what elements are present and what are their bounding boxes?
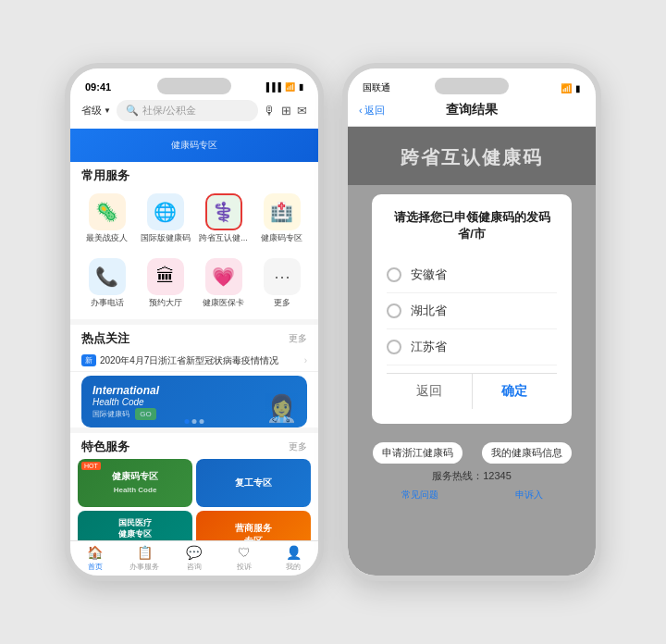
search-icon: 🔍	[126, 105, 139, 117]
radio-option-1[interactable]: 湖北省	[387, 293, 557, 329]
card-medical[interactable]: 国民医疗健康专区新冠防控抗疫·优惠健康服务	[78, 511, 192, 540]
link-apply-health-code[interactable]: 申请浙江健康码	[373, 442, 462, 464]
phone1-screen: 09:41 ▐▐▐ 📶 ▮ 省级 ▼ 🔍 社保/公积金 🎙	[70, 68, 318, 576]
icon-health-zone[interactable]: 🏥 健康码专区	[253, 188, 311, 249]
top-banner[interactable]: 健康码专区	[70, 129, 318, 162]
card-health-zone[interactable]: HOT 健康码专区Health Code	[78, 459, 192, 507]
phone-1: 09:41 ▐▐▐ 📶 ▮ 省级 ▼ 🔍 社保/公积金 🎙	[65, 63, 324, 581]
radio-option-0[interactable]: 安徽省	[387, 257, 557, 293]
icon-health-card[interactable]: 💗 健康医保卡	[194, 253, 253, 314]
common-services-title: 常用服务	[70, 162, 318, 188]
radio-circle-1	[387, 303, 401, 318]
mic-icon[interactable]: 🎙	[264, 104, 276, 118]
tab-consult[interactable]: 💬 咨询	[169, 545, 219, 572]
hot-focus-section: 热点关注 更多 新 2020年4月7日浙江省新型冠状病毒疫情情况 › Inter…	[70, 325, 318, 427]
cancel-button[interactable]: 返回	[387, 374, 473, 409]
radio-label-1: 湖北省	[411, 303, 447, 319]
banner-text: 健康码专区	[171, 139, 217, 152]
health-banner-content: International Health Code 国际健康码 GO	[92, 384, 159, 419]
special-cards-grid: HOT 健康码专区Health Code 复工专区 国民医疗健康专区新冠防控抗疫…	[70, 459, 318, 540]
back-label: 返回	[364, 104, 385, 118]
radio-circle-2	[387, 340, 401, 354]
signal-icon: ▐▐▐	[264, 82, 281, 92]
banner-sub: 国际健康码 GO	[92, 409, 159, 419]
special-services-section: 特色服务 更多 HOT 健康码专区Health Code 复工专区 国民医疗健康…	[70, 433, 318, 540]
radio-circle-0	[387, 267, 401, 282]
tab-consult-label: 咨询	[187, 562, 202, 572]
tab-complaint[interactable]: 🛡 投诉	[219, 545, 269, 572]
icon-booking[interactable]: 🏛 预约大厅	[136, 253, 194, 314]
banner-illustration: 👩‍⚕️	[265, 393, 298, 424]
card-business-text: 营商服务专区	[235, 522, 272, 540]
search-right-icons: 🎙 ⊞ ✉	[264, 104, 307, 118]
tab-services[interactable]: 📋 办事服务	[120, 545, 170, 572]
icon-phone-service[interactable]: 📞 办事电话	[78, 253, 136, 314]
carrier-label: 国联通	[363, 81, 390, 94]
intl-health-banner[interactable]: International Health Code 国际健康码 GO 👩‍⚕️	[81, 376, 307, 427]
search-bar: 省级 ▼ 🔍 社保/公积金 🎙 ⊞ ✉	[70, 96, 318, 129]
status-bar-1: 09:41 ▐▐▐ 📶 ▮	[70, 68, 318, 96]
profile-icon: 👤	[286, 545, 302, 560]
radio-option-2[interactable]: 江苏省	[387, 329, 557, 365]
icon-zuimei[interactable]: 🦠 最美战疫人	[78, 188, 136, 249]
appeal-link[interactable]: 申诉入	[515, 489, 543, 502]
app-content: 常用服务 🦠 最美战疫人 🌐	[70, 162, 318, 540]
confirm-button[interactable]: 确定	[473, 374, 558, 409]
tab-profile-label: 我的	[286, 562, 301, 572]
dialog-box: 请选择您已申领健康码的发码省/市 安徽省 湖北省 江苏省	[372, 194, 572, 424]
chevron-down-icon: ▼	[104, 106, 111, 115]
bottom-links: 申请浙江健康码 我的健康码信息	[363, 442, 581, 464]
icon-cross-province[interactable]: ⚕️ 跨省互认健...	[194, 188, 253, 249]
link-my-health-info[interactable]: 我的健康码信息	[482, 442, 572, 464]
back-chevron-icon: ‹	[359, 105, 363, 116]
tab-bar: 🏠 首页 📋 办事服务 💬 咨询 🛡 投诉 👤 我的	[70, 540, 318, 576]
hot-news-text: 2020年4月7日浙江省新型冠状病毒疫情情况	[100, 354, 278, 367]
tab-services-label: 办事服务	[130, 562, 159, 572]
go-button[interactable]: GO	[135, 408, 155, 420]
phone-2: 国联通 📶 ▮ ‹ 返回 查询结果 跨省互认健康码	[342, 63, 601, 581]
tab-home-label: 首页	[88, 562, 103, 572]
common-services-section: 常用服务 🦠 最美战疫人 🌐	[70, 162, 318, 319]
hot-badge: HOT	[81, 462, 101, 470]
tab-complaint-label: 投诉	[237, 562, 252, 572]
services-icon: 📋	[137, 545, 153, 560]
card-business[interactable]: 营商服务专区	[196, 511, 311, 540]
home-icon: 🏠	[87, 545, 103, 560]
radio-label-0: 安徽省	[411, 266, 447, 283]
hot-news-item[interactable]: 新 2020年4月7日浙江省新型冠状病毒疫情情况 ›	[70, 351, 318, 372]
health-code-title: 跨省互认健康码	[401, 147, 543, 167]
dialog-wrapper: 请选择您已申领健康码的发码省/市 安徽省 湖北省 江苏省	[348, 185, 596, 433]
complaint-icon: 🛡	[238, 545, 251, 560]
status-icons-1: ▐▐▐ 📶 ▮	[264, 82, 303, 92]
banner-dots	[185, 419, 204, 424]
back-button[interactable]: ‹ 返回	[359, 104, 385, 118]
card-medical-text: 国民医疗健康专区新冠防控抗疫·优惠健康服务	[95, 517, 175, 540]
secondary-icons-grid: 📞 办事电话 🏛 预约大厅 💗	[70, 253, 318, 319]
phone2-screen: 国联通 📶 ▮ ‹ 返回 查询结果 跨省互认健康码	[348, 68, 596, 576]
tab-home[interactable]: 🏠 首页	[70, 545, 120, 572]
card-return-work[interactable]: 复工专区	[196, 459, 311, 507]
nav-bar-2: ‹ 返回 查询结果	[348, 98, 596, 127]
search-placeholder: 社保/公积金	[142, 104, 196, 118]
health-code-header: 跨省互认健康码	[348, 127, 596, 185]
wifi-icon-2: 📶	[561, 83, 572, 93]
province-selector[interactable]: 省级 ▼	[81, 104, 111, 118]
faq-link[interactable]: 常见问题	[401, 489, 438, 502]
dialog-question: 请选择您已申领健康码的发码省/市	[387, 209, 557, 242]
wifi-icon: 📶	[285, 82, 295, 92]
card-health-zone-text: 健康码专区Health Code	[112, 470, 158, 496]
hot-focus-title: 热点关注 更多	[70, 325, 318, 351]
phone2-content: 跨省互认健康码 请选择您已申领健康码的发码省/市 安徽省 湖北省	[348, 127, 596, 576]
search-input[interactable]: 🔍 社保/公积金	[117, 100, 258, 121]
icon-more[interactable]: ⋯ 更多	[253, 253, 311, 314]
scan-icon[interactable]: ⊞	[281, 104, 291, 118]
banner-line1: International	[92, 384, 159, 397]
new-badge: 新	[81, 354, 96, 366]
tab-profile[interactable]: 👤 我的	[268, 545, 318, 572]
status-time-1: 09:41	[85, 81, 111, 93]
phone2-bottom: 申请浙江健康码 我的健康码信息 服务热线：12345 常见问题 申诉入	[348, 433, 596, 511]
status-bar-2: 国联通 📶 ▮	[348, 68, 596, 98]
icon-international-health[interactable]: 🌐 国际版健康码	[136, 188, 194, 249]
banner-line2: Health Code	[92, 397, 159, 407]
mail-icon[interactable]: ✉	[297, 104, 307, 118]
